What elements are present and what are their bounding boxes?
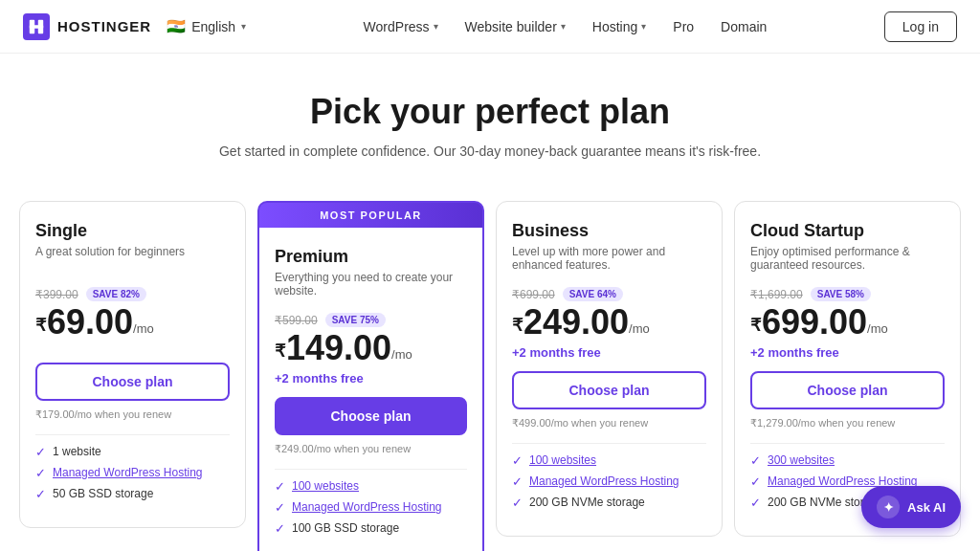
language-selector[interactable]: 🇮🇳 English ▾ (167, 17, 246, 35)
plan-business-wrapper: BusinessLevel up with more power and enh… (496, 201, 723, 537)
plan-name-cloud-startup: Cloud Startup (750, 221, 945, 241)
features-list-premium: ✓ 100 websites ✓ Managed WordPress Hosti… (275, 479, 467, 536)
plan-card-single: SingleA great solution for beginners ₹39… (19, 201, 246, 528)
amount-cloud-startup: 699.00 (762, 305, 867, 340)
logo[interactable]: HOSTINGER (23, 13, 151, 40)
nav-domain-label: Domain (721, 19, 767, 34)
pricing-row-single: ₹399.00 SAVE 82% (35, 287, 230, 301)
popular-banner: MOST POPULAR (257, 201, 484, 228)
pricing-row-cloud-startup: ₹1,699.00 SAVE 58% (750, 287, 945, 301)
original-price-single: ₹399.00 (35, 288, 78, 301)
hostinger-logo-icon (28, 18, 45, 35)
plan-name-single: Single (35, 221, 230, 241)
currency-business: ₹ (512, 315, 523, 340)
features-divider-business (512, 443, 706, 444)
feature-item-business-0: ✓ 100 websites (512, 453, 706, 468)
features-divider-single (35, 434, 230, 435)
pricing-row-business: ₹699.00 SAVE 64% (512, 287, 706, 301)
chevron-down-icon: ▾ (434, 21, 438, 32)
plan-name-business: Business (512, 221, 706, 241)
hero-section: Pick your perfect plan Get started in co… (0, 54, 980, 178)
check-icon: ✓ (35, 487, 46, 501)
amount-premium: 149.00 (286, 331, 391, 365)
check-icon: ✓ (35, 445, 46, 459)
check-icon: ✓ (512, 496, 523, 510)
currency-cloud-startup: ₹ (750, 315, 761, 340)
plan-desc-single: A great solution for beginners (35, 245, 230, 274)
nav-domain[interactable]: Domain (721, 19, 767, 34)
feature-text-premium-1[interactable]: Managed WordPress Hosting (292, 500, 442, 514)
navbar-center: WordPress ▾ Website builder ▾ Hosting ▾ … (364, 19, 768, 34)
ask-ai-label: Ask AI (907, 500, 946, 515)
feature-text-business-2: 200 GB NVMe storage (529, 496, 645, 509)
feature-text-single-1[interactable]: Managed WordPress Hosting (53, 466, 203, 479)
nav-wordpress-label: WordPress (364, 19, 430, 34)
nav-hosting[interactable]: Hosting ▾ (592, 19, 646, 34)
check-icon: ✓ (512, 474, 523, 489)
renew-price-cloud-startup: ₹1,279.00/mo when you renew (750, 417, 945, 430)
hero-subtitle: Get started in complete confidence. Our … (19, 143, 961, 159)
plan-card-premium: PremiumEverything you need to create you… (257, 228, 484, 551)
choose-plan-button-cloud-startup[interactable]: Choose plan (750, 371, 945, 409)
feature-item-business-1: ✓ Managed WordPress Hosting (512, 474, 706, 489)
renew-price-business: ₹499.00/mo when you renew (512, 417, 706, 430)
navbar: HOSTINGER 🇮🇳 English ▾ WordPress ▾ Websi… (0, 0, 980, 54)
amount-business: 249.00 (523, 305, 629, 340)
nav-pro-label: Pro (673, 19, 694, 34)
current-price-business: ₹ 249.00 /mo (512, 305, 706, 340)
choose-plan-button-premium[interactable]: Choose plan (275, 397, 467, 435)
free-months-cloud-startup: +2 months free (750, 345, 945, 360)
plans-wrapper: SingleA great solution for beginners ₹39… (19, 201, 961, 551)
check-icon: ✓ (275, 521, 285, 536)
nav-wordpress[interactable]: WordPress ▾ (364, 19, 438, 34)
feature-text-business-0[interactable]: 100 websites (529, 453, 596, 467)
check-icon: ✓ (35, 466, 46, 480)
save-badge-premium: SAVE 75% (325, 313, 386, 327)
free-months-business: +2 months free (512, 345, 706, 360)
current-price-cloud-startup: ₹ 699.00 /mo (750, 305, 945, 340)
flag-icon: 🇮🇳 (167, 17, 186, 35)
currency-premium: ₹ (275, 341, 285, 365)
choose-plan-button-single[interactable]: Choose plan (35, 363, 230, 401)
period-business: /mo (629, 321, 650, 340)
plan-desc-cloud-startup: Enjoy optimised performance & guaranteed… (750, 245, 945, 274)
nav-website-builder-label: Website builder (465, 19, 557, 34)
plan-premium-wrapper: MOST POPULARPremiumEverything you need t… (257, 201, 484, 551)
check-icon: ✓ (275, 500, 285, 515)
nav-website-builder[interactable]: Website builder ▾ (465, 19, 566, 34)
plan-card-business: BusinessLevel up with more power and enh… (496, 201, 723, 537)
choose-plan-button-business[interactable]: Choose plan (512, 371, 706, 409)
amount-single: 69.00 (47, 305, 133, 340)
feature-item-business-2: ✓ 200 GB NVMe storage (512, 496, 706, 510)
feature-item-cloud-startup-0: ✓ 300 websites (750, 453, 945, 468)
feature-text-premium-2: 100 GB SSD storage (292, 521, 399, 535)
check-icon: ✓ (750, 474, 761, 489)
check-icon: ✓ (750, 496, 761, 510)
period-cloud-startup: /mo (867, 321, 888, 340)
nav-pro[interactable]: Pro (673, 19, 694, 34)
feature-text-premium-0[interactable]: 100 websites (292, 479, 359, 493)
feature-text-single-2: 50 GB SSD storage (53, 487, 153, 500)
plans-section: SingleA great solution for beginners ₹39… (0, 178, 980, 551)
original-price-premium: ₹599.00 (275, 314, 318, 327)
feature-text-cloud-startup-0[interactable]: 300 websites (768, 453, 835, 467)
original-price-cloud-startup: ₹1,699.00 (750, 288, 803, 301)
feature-item-single-2: ✓ 50 GB SSD storage (35, 487, 230, 501)
ask-ai-button[interactable]: ✦ Ask AI (861, 486, 961, 528)
login-button[interactable]: Log in (884, 11, 957, 42)
feature-item-premium-2: ✓ 100 GB SSD storage (275, 521, 467, 536)
feature-text-business-1[interactable]: Managed WordPress Hosting (529, 474, 679, 488)
check-icon: ✓ (512, 453, 523, 468)
logo-icon (23, 13, 50, 40)
feature-item-premium-0: ✓ 100 websites (275, 479, 467, 494)
save-badge-cloud-startup: SAVE 58% (811, 287, 871, 301)
current-price-single: ₹ 69.00 /mo (35, 305, 230, 340)
period-premium: /mo (391, 347, 412, 365)
logo-text: HOSTINGER (57, 18, 151, 34)
save-badge-business: SAVE 64% (563, 287, 623, 301)
features-list-single: ✓ 1 website ✓ Managed WordPress Hosting … (35, 445, 230, 501)
period-single: /mo (133, 321, 154, 340)
language-label: English (191, 19, 235, 34)
renew-price-single: ₹179.00/mo when you renew (35, 408, 230, 421)
original-price-business: ₹699.00 (512, 288, 555, 301)
